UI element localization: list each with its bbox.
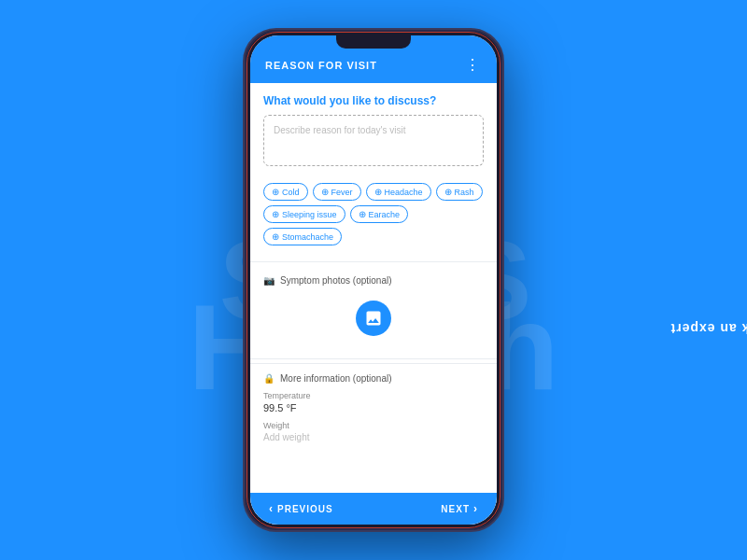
visit-reason-input[interactable]: Describe reason for today's visit — [263, 115, 484, 166]
lock-icon: 🔒 — [263, 373, 275, 384]
tag-sleeping-issue[interactable]: ⊕ Sleeping issue — [263, 205, 345, 223]
more-info-label: 🔒 More information (optional) — [263, 373, 484, 384]
tag-cold-label: Cold — [282, 188, 300, 197]
scroll-content[interactable]: What would you like to discuss? Describe… — [250, 83, 497, 493]
next-button[interactable]: NEXT › — [441, 502, 478, 515]
tag-headache[interactable]: ⊕ Headache — [366, 183, 431, 201]
weight-input[interactable]: Add weight — [263, 432, 484, 442]
tag-cold[interactable]: ⊕ Cold — [263, 183, 308, 201]
header-title: REASON FOR VISIT — [265, 60, 377, 71]
phone-notch — [336, 35, 411, 49]
ask-expert-label: Ask an expert — [670, 321, 747, 336]
photo-add-button[interactable] — [356, 301, 391, 336]
photos-section: 📷 Symptom photos (optional) — [250, 266, 497, 355]
photos-upload-area[interactable] — [263, 295, 484, 345]
tag-stomachache-label: Stomachache — [282, 232, 333, 242]
photos-label-text: Symptom photos (optional) — [280, 275, 392, 286]
next-label: NEXT — [441, 504, 470, 514]
tag-fever-label: Fever — [331, 188, 353, 197]
tag-plus-icon: ⊕ — [272, 231, 279, 242]
chevron-left-icon: ‹ — [269, 502, 274, 515]
footer: ‹ PREVIOUS NEXT › — [250, 493, 497, 525]
tag-fever[interactable]: ⊕ Fever — [313, 183, 361, 201]
tag-stomachache[interactable]: ⊕ Stomachache — [263, 228, 342, 245]
screen-content: What would you like to discuss? Describe… — [250, 83, 497, 525]
temperature-value[interactable]: 99.5 °F — [263, 402, 484, 413]
tag-earache[interactable]: ⊕ Earache — [350, 205, 409, 223]
chevron-right-icon: › — [473, 502, 478, 515]
symptom-tags-section: ⊕ Cold ⊕ Fever ⊕ Headache — [250, 183, 497, 258]
temperature-label: Temperature — [263, 391, 484, 400]
more-info-section: 🔒 More information (optional) Temperatur… — [250, 363, 497, 459]
phone-screen: REASON FOR VISIT ⋮ What would you like t… — [250, 35, 497, 525]
tag-plus-icon: ⊕ — [374, 187, 382, 197]
more-info-label-text: More information (optional) — [280, 373, 392, 384]
temperature-field: Temperature 99.5 °F — [263, 391, 484, 413]
tag-plus-icon: ⊕ — [359, 209, 366, 219]
divider-1 — [250, 261, 497, 262]
tag-rash-label: Rash — [455, 188, 474, 197]
tag-plus-icon: ⊕ — [272, 209, 279, 219]
divider-2 — [250, 358, 497, 359]
weight-label: Weight — [263, 421, 484, 430]
weight-field: Weight Add weight — [263, 421, 484, 442]
tag-earache-label: Earache — [369, 210, 401, 219]
phone-container: REASON FOR VISIT ⋮ What would you like t… — [243, 28, 504, 532]
tag-plus-icon: ⊕ — [272, 187, 279, 197]
header-menu-button[interactable]: ⋮ — [465, 56, 482, 74]
tag-sleeping-label: Sleeping issue — [282, 210, 337, 219]
question-text: What would you like to discuss? — [263, 94, 484, 107]
phone-shell: REASON FOR VISIT ⋮ What would you like t… — [243, 28, 504, 532]
image-icon — [364, 309, 383, 328]
previous-button[interactable]: ‹ PREVIOUS — [269, 502, 333, 515]
tags-row-2: ⊕ Sleeping issue ⊕ Earache ⊕ Stomachache — [263, 205, 484, 245]
tag-plus-icon: ⊕ — [444, 187, 452, 197]
question-section: What would you like to discuss? Describe… — [250, 83, 497, 183]
previous-label: PREVIOUS — [277, 504, 333, 514]
camera-icon: 📷 — [263, 275, 275, 286]
tag-plus-icon: ⊕ — [321, 187, 329, 197]
tag-headache-label: Headache — [385, 188, 423, 197]
tags-row-1: ⊕ Cold ⊕ Fever ⊕ Headache — [263, 183, 484, 201]
photos-label: 📷 Symptom photos (optional) — [263, 275, 484, 286]
tag-rash[interactable]: ⊕ Rash — [436, 183, 483, 201]
